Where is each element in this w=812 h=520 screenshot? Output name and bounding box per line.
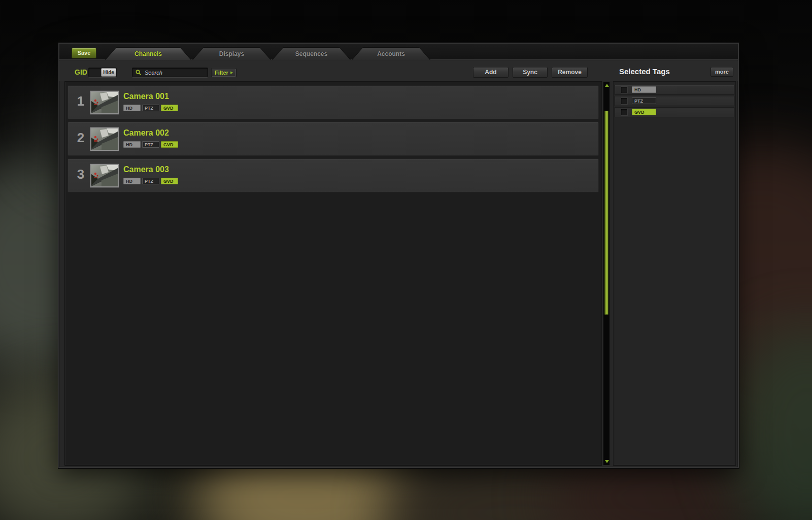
channel-row[interactable]: 2 Camera 002 HDPTZGVD — [67, 122, 599, 156]
hide-toggle[interactable]: Hide — [88, 68, 117, 77]
tag-badge: PTZ — [142, 178, 159, 184]
filter-button[interactable]: Filter ▶ — [211, 68, 236, 77]
tab-label: Sequences — [273, 48, 350, 60]
channel-badges: HDPTZGVD — [123, 105, 178, 111]
camera-thumbnail[interactable] — [90, 91, 119, 114]
tag-pill[interactable]: PTZ — [632, 98, 656, 104]
hide-toggle-knob[interactable]: Hide — [101, 68, 116, 77]
tab-label: Accounts — [352, 48, 430, 60]
tag-badge: GVD — [161, 178, 178, 184]
tag-pill[interactable]: GVD — [632, 109, 656, 115]
tab-label: Displays — [193, 48, 270, 60]
tab-label: Channels — [106, 48, 191, 60]
sync-button[interactable]: Sync — [513, 67, 548, 78]
selected-tags-panel: HD PTZ GVD — [613, 81, 736, 466]
filter-arrow-icon: ▶ — [230, 71, 233, 75]
filter-label: Filter — [215, 70, 228, 76]
add-button[interactable]: Add — [473, 67, 509, 78]
tag-badge: PTZ — [142, 141, 159, 148]
tab[interactable]: Displays — [192, 47, 271, 60]
camera-thumbnail[interactable] — [90, 164, 119, 187]
toolbar: GID Hide Filter ▶ Add Sync Remove Select… — [59, 60, 738, 81]
search-icon — [136, 70, 142, 76]
channel-name: Camera 002 — [123, 128, 169, 138]
tag-badge: HD — [123, 178, 141, 184]
tag-checkbox[interactable] — [621, 98, 628, 105]
channel-row[interactable]: 3 Camera 003 HDPTZGVD — [67, 158, 599, 192]
tag-row[interactable]: GVD — [615, 107, 734, 117]
camera-thumbnail-image — [91, 92, 118, 113]
scroll-up-icon[interactable] — [605, 84, 609, 87]
selected-tags-title: Selected Tags — [619, 67, 670, 76]
tag-pill[interactable]: HD — [632, 86, 656, 93]
tag-row[interactable]: HD — [615, 85, 734, 95]
remove-button[interactable]: Remove — [552, 67, 588, 78]
tag-row[interactable]: PTZ — [615, 96, 734, 106]
channel-list: 1 Camera 001 HDPTZGVD 2 — [64, 81, 602, 466]
tag-badge: GVD — [161, 141, 178, 148]
channel-name: Camera 001 — [123, 92, 169, 101]
tab-strip: Save Channels Displays Sequences Account… — [59, 44, 738, 60]
tag-badge: PTZ — [142, 105, 159, 111]
channel-name: Camera 003 — [123, 165, 169, 174]
tag-badge: GVD — [161, 105, 178, 111]
save-button[interactable]: Save — [72, 48, 96, 58]
tag-checkbox[interactable] — [621, 109, 628, 116]
tab[interactable]: Channels — [105, 47, 191, 60]
search-box — [132, 68, 208, 77]
camera-thumbnail-image — [91, 165, 118, 186]
scroll-down-icon[interactable] — [605, 460, 609, 463]
tag-checkbox[interactable] — [621, 86, 628, 93]
channel-row[interactable]: 1 Camera 001 HDPTZGVD — [67, 85, 599, 119]
channel-number: 1 — [73, 93, 88, 109]
tab[interactable]: Sequences — [272, 47, 351, 60]
tag-badge: HD — [123, 141, 141, 148]
gid-label: GID — [75, 68, 87, 76]
scrollbar-thumb[interactable] — [604, 111, 608, 315]
tag-badge: HD — [123, 105, 141, 111]
tab-bar: Channels Displays Sequences Accounts — [105, 47, 431, 60]
camera-thumbnail[interactable] — [90, 127, 119, 151]
more-button[interactable]: more — [710, 67, 733, 77]
channel-badges: HDPTZGVD — [123, 141, 178, 148]
channel-list-scrollbar[interactable] — [603, 81, 610, 466]
channel-number: 3 — [73, 167, 88, 182]
search-input[interactable] — [145, 70, 217, 76]
channel-badges: HDPTZGVD — [123, 178, 178, 184]
tab[interactable]: Accounts — [352, 47, 430, 60]
channel-number: 2 — [73, 130, 88, 146]
camera-thumbnail-image — [91, 128, 118, 150]
app-window: Save Channels Displays Sequences Account… — [58, 43, 739, 468]
